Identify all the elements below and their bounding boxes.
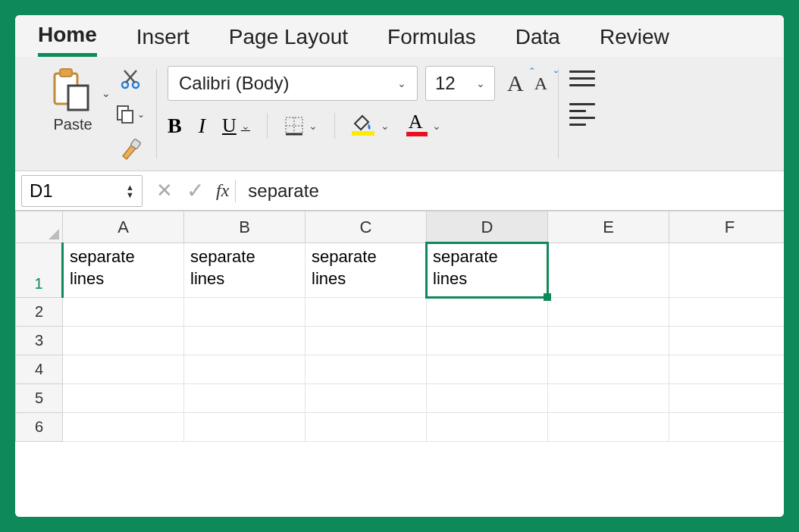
svg-point-4 <box>133 82 139 88</box>
row-header-1[interactable]: 1 <box>16 243 63 298</box>
divider <box>334 113 335 139</box>
cell-B5[interactable] <box>184 384 306 413</box>
cell-E3[interactable] <box>548 327 669 355</box>
insert-function-button[interactable]: fx <box>216 180 229 201</box>
accept-formula-button[interactable]: ✓ <box>186 178 204 203</box>
increase-font-size-button[interactable]: Aˆ <box>507 70 524 96</box>
cell-C6[interactable] <box>306 413 427 442</box>
chevron-down-icon: ⌄ <box>476 77 485 89</box>
borders-button[interactable]: ⌄ <box>284 116 318 136</box>
cell-E1[interactable] <box>548 243 669 298</box>
tab-page-layout[interactable]: Page Layout <box>229 25 348 55</box>
borders-icon <box>284 116 304 136</box>
font-size-dropdown[interactable]: 12 ⌄ <box>425 66 495 101</box>
cell-D4[interactable] <box>427 355 548 384</box>
cell-B3[interactable] <box>184 327 306 355</box>
tab-home[interactable]: Home <box>38 23 97 57</box>
cell-C2[interactable] <box>306 298 427 327</box>
svg-rect-10 <box>286 117 302 134</box>
paste-dropdown-caret[interactable]: ⌄ <box>102 66 111 99</box>
fill-color-button[interactable]: ⌄ <box>352 116 390 136</box>
ribbon-tabs: Home Insert Page Layout Formulas Data Re… <box>15 15 784 57</box>
clipboard-icon <box>49 66 97 114</box>
cell-A1[interactable]: separate lines <box>63 243 184 298</box>
tab-data[interactable]: Data <box>515 25 560 55</box>
svg-point-3 <box>122 82 128 88</box>
cell-E4[interactable] <box>548 355 669 384</box>
cell-A2[interactable] <box>63 298 184 327</box>
column-header-F[interactable]: F <box>669 211 785 243</box>
font-color-button[interactable]: A ⌄ <box>406 115 441 136</box>
cell-D2[interactable] <box>427 298 548 327</box>
svg-rect-2 <box>68 86 88 110</box>
name-box-stepper[interactable]: ▲▼ <box>126 183 134 199</box>
cell-B4[interactable] <box>184 355 306 384</box>
alignment-group <box>559 66 595 126</box>
cell-F1[interactable] <box>669 243 785 298</box>
tab-insert[interactable]: Insert <box>136 25 190 55</box>
svg-line-6 <box>124 70 135 83</box>
column-header-D[interactable]: D <box>427 211 548 243</box>
cell-B6[interactable] <box>184 413 306 442</box>
scissors-icon <box>120 69 141 90</box>
cell-F5[interactable] <box>669 384 785 413</box>
column-header-E[interactable]: E <box>548 211 669 243</box>
align-left-button[interactable] <box>569 103 595 126</box>
underline-button[interactable]: U⌄ <box>222 114 250 137</box>
cell-D5[interactable] <box>427 384 548 413</box>
cell-B1[interactable]: separate lines <box>184 243 306 298</box>
cell-A6[interactable] <box>63 413 184 442</box>
cancel-formula-button[interactable]: ✕ <box>156 179 173 202</box>
cut-button[interactable] <box>115 67 146 92</box>
formula-bar-row: D1 ▲▼ ✕ ✓ fx separate <box>15 171 784 211</box>
cell-D3[interactable] <box>427 327 548 355</box>
cell-C4[interactable] <box>306 355 427 384</box>
decrease-font-size-button[interactable]: Aˇ <box>534 74 547 94</box>
cell-F6[interactable] <box>669 413 785 442</box>
cell-D1[interactable]: separate lines <box>427 243 548 298</box>
align-top-button[interactable] <box>569 70 595 86</box>
chevron-down-icon: ⌄ <box>381 120 390 132</box>
cell-E6[interactable] <box>548 413 669 442</box>
cell-C1[interactable]: separate lines <box>306 243 427 298</box>
ribbon-toolbar: Paste ⌄ ⌄ <box>15 57 784 171</box>
formula-bar-input[interactable]: separate <box>245 177 784 205</box>
row-header-2[interactable]: 2 <box>16 298 63 327</box>
column-header-C[interactable]: C <box>306 211 427 243</box>
font-name-dropdown[interactable]: Calibri (Body) ⌄ <box>168 66 418 101</box>
cell-A3[interactable] <box>63 327 184 355</box>
italic-button[interactable]: I <box>199 114 205 138</box>
tab-formulas[interactable]: Formulas <box>387 25 476 55</box>
spreadsheet-grid[interactable]: A B C D E F 1 separate lines separate li… <box>15 211 784 517</box>
cell-F3[interactable] <box>669 327 785 355</box>
row-header-3[interactable]: 3 <box>16 327 63 355</box>
cell-E2[interactable] <box>548 298 669 327</box>
cell-D6[interactable] <box>427 413 548 442</box>
row-header-4[interactable]: 4 <box>16 355 63 384</box>
copy-button[interactable]: ⌄ <box>115 102 146 127</box>
cell-F4[interactable] <box>669 355 785 384</box>
cell-B2[interactable] <box>184 298 306 327</box>
cell-C3[interactable] <box>306 327 427 355</box>
column-header-A[interactable]: A <box>63 211 184 243</box>
select-all-corner[interactable] <box>16 211 63 243</box>
paste-button[interactable]: Paste <box>49 66 97 133</box>
row-header-6[interactable]: 6 <box>16 413 63 442</box>
chevron-down-icon: ⌄ <box>397 77 406 89</box>
paint-bucket-icon <box>352 114 373 131</box>
bold-button[interactable]: B <box>168 114 182 138</box>
cell-E5[interactable] <box>548 384 669 413</box>
cell-A5[interactable] <box>63 384 184 413</box>
cell-F2[interactable] <box>669 298 785 327</box>
name-box[interactable]: D1 ▲▼ <box>21 175 143 207</box>
column-header-B[interactable]: B <box>184 211 306 243</box>
copy-icon <box>116 105 134 124</box>
tab-review[interactable]: Review <box>600 25 669 55</box>
cell-C5[interactable] <box>306 384 427 413</box>
svg-rect-8 <box>122 111 133 123</box>
cell-A4[interactable] <box>63 355 184 384</box>
row-header-5[interactable]: 5 <box>16 384 63 413</box>
chevron-down-icon: ⌄ <box>241 120 250 133</box>
divider <box>267 113 268 139</box>
format-painter-button[interactable] <box>115 137 146 161</box>
